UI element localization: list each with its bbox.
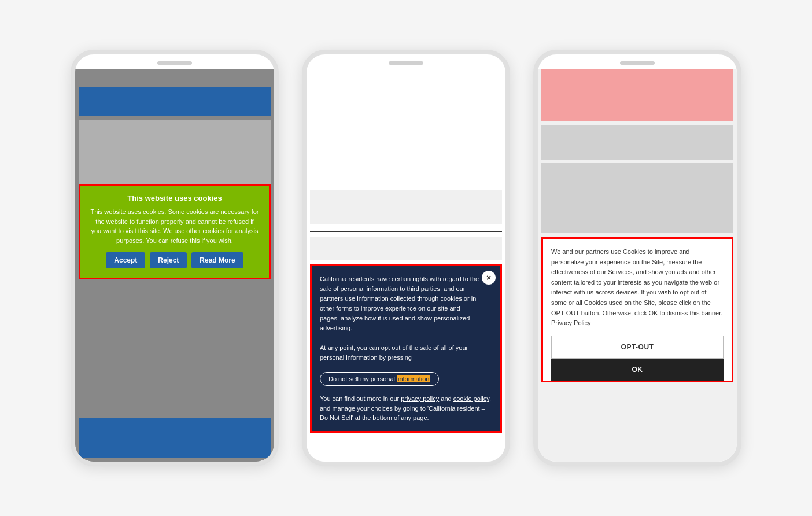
cb2-text-part3: At any point, you can opt out of the sal… [320, 344, 468, 361]
phone-1-screen: This website uses cookies This website u… [75, 69, 274, 462]
phone-3: We and our partners use Cookies to impro… [533, 50, 741, 466]
phone-3-speaker [620, 61, 655, 65]
p2-white-area [307, 69, 505, 185]
phone-1: This website uses cookies This website u… [71, 50, 279, 466]
p2-line-separator [310, 231, 502, 232]
phone-3-content: We and our partners use Cookies to impro… [538, 69, 737, 462]
cb2-footer-start: You can find out more in our [320, 395, 401, 402]
phone-1-speaker [157, 61, 192, 65]
cb2-text-part2: and our partners use information collect… [320, 285, 476, 331]
cb2-footer-mid: and [439, 395, 453, 402]
p3-gray-mid2 [541, 163, 733, 233]
cb3-body-text: We and our partners use Cookies to impro… [551, 248, 722, 316]
read-more-button[interactable]: Read More [191, 252, 243, 268]
opt-out-button[interactable]: OPT-OUT [551, 336, 724, 359]
cookie-banner-1-buttons: Accept Reject Read More [90, 252, 260, 268]
p3-bottom [538, 382, 737, 462]
cookie-banner-1-title: This website uses cookies [90, 194, 260, 202]
do-not-sell-button[interactable]: Do not sell my personal information [320, 372, 439, 386]
p3-gray-mid [541, 125, 733, 160]
p1-bottom-area [75, 279, 274, 462]
p2-gray-line1 [310, 190, 502, 224]
phone-2-content: × California residents have certain righ… [307, 69, 505, 462]
phone-2-screen: × California residents have certain righ… [307, 69, 505, 462]
privacy-policy-link[interactable]: privacy policy [401, 395, 439, 402]
phone-2-speaker [389, 61, 423, 65]
p1-gray-top [75, 69, 274, 87]
cookie-banner-3: We and our partners use Cookies to impro… [541, 237, 733, 382]
p2-gray-line2 [310, 237, 502, 260]
phones-container: This website uses cookies This website u… [36, 27, 776, 489]
p1-blue-bar [79, 87, 271, 116]
p1-blue-bottom [79, 418, 271, 458]
cookie-policy-link[interactable]: cookie policy [453, 395, 489, 402]
cookie-banner-2: × California residents have certain righ… [310, 264, 502, 433]
p1-gray-block [79, 120, 271, 184]
cookie-banner-2-body: California residents have certain rights… [320, 274, 492, 363]
reject-button[interactable]: Reject [150, 252, 187, 268]
privacy-policy-link-3[interactable]: Privacy Policy [551, 319, 590, 326]
cookie-banner-2-close[interactable]: × [482, 271, 496, 285]
phone-1-content: This website uses cookies This website u… [75, 69, 274, 462]
cookie-banner-2-footer: You can find out more in our privacy pol… [320, 394, 492, 423]
accept-button[interactable]: Accept [106, 252, 145, 268]
cookie-banner-1: This website uses cookies This website u… [79, 184, 271, 279]
phone-2: × California residents have certain righ… [302, 50, 510, 466]
p3-pink-top [541, 69, 733, 121]
cookie-banner-3-body: We and our partners use Cookies to impro… [551, 247, 724, 329]
ok-button[interactable]: OK [551, 359, 724, 381]
cb2-highlight-text: information [397, 375, 430, 382]
cookie-banner-1-body: This website uses cookies. Some cookies … [90, 207, 260, 245]
phone-3-screen: We and our partners use Cookies to impro… [538, 69, 737, 462]
